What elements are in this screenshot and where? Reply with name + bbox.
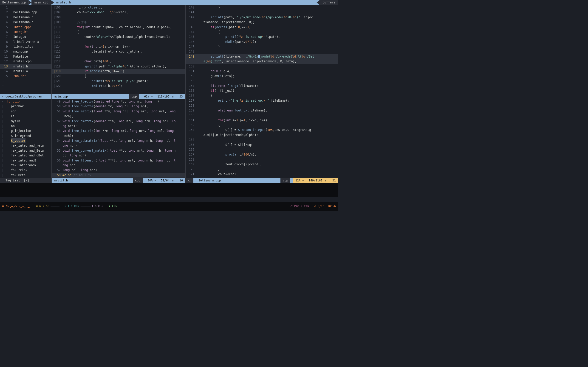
- code-line[interactable]: |56void free_f3tensor(float ***t, long n…: [52, 158, 185, 163]
- code-line[interactable]: |159 ofstream fout_gx(fileName);: [186, 108, 338, 113]
- file-item[interactable]: run.sh*: [10, 74, 52, 78]
- file-item[interactable]: Integ.cpp*: [10, 25, 52, 30]
- file-row[interactable]: 3 Boltzmann.h: [0, 15, 52, 20]
- tag-item[interactable]: || g_injection: [0, 128, 52, 133]
- code-line[interactable]: |118 sprintf(path,"./Alpha%g",Alpha[coun…: [52, 64, 185, 69]
- code-line[interactable]: |151 double g_A;: [186, 69, 338, 74]
- file-item[interactable]: Makefile: [10, 54, 52, 59]
- code-line[interactable]: |49void free_lvector(unsigned long *v, l…: [52, 99, 185, 104]
- file-row[interactable]: 14 nrutil.o: [0, 69, 52, 74]
- code-line[interactable]: |122 mkdir(path,0777);: [52, 83, 185, 88]
- code-line[interactable]: |54void free_submatrix(float **b, long n…: [52, 138, 185, 143]
- file-item[interactable]: Boltzmann.o: [10, 20, 52, 25]
- file-row[interactable]: 13 nrutil.h: [0, 64, 52, 69]
- editor-right[interactable]: |140 }|141|142 sprintf(path, "./Gx/Gx_mo…: [185, 5, 338, 178]
- code-line[interactable]: cl, long nch);: [52, 153, 185, 158]
- code-line[interactable]: |113: [52, 40, 185, 44]
- code-line[interactable]: |161 for(int i=1,p=1; i<=n; i++): [186, 118, 338, 123]
- tag-item[interactable]: || S_integrand: [0, 133, 52, 138]
- code-line[interactable]: |147 }: [186, 44, 338, 49]
- code-line[interactable]: ng nch);: [52, 124, 185, 128]
- code-line[interactable]: |143 if(access(path,0)==-1): [186, 25, 338, 30]
- code-line[interactable]: |149 sprintf(fileName, "./Gx/Gx_mode(%d)…: [186, 54, 338, 59]
- tag-item[interactable]: || fak_relax: [0, 168, 52, 173]
- file-item[interactable]: libnrutil.a: [10, 44, 52, 49]
- code-line[interactable]: |145 printf("%s is set up\n",path);: [186, 34, 338, 39]
- code-line[interactable]: |57long ndl, long ndh);: [52, 168, 185, 173]
- code-line[interactable]: |160: [186, 113, 338, 118]
- code-line[interactable]: |165 S[i] = S[i]/cq;: [186, 142, 338, 147]
- code-line[interactable]: ong nch,: [52, 163, 185, 168]
- tag-item[interactable]: || fak_integrand2: [0, 163, 52, 168]
- code-line[interactable]: |154 ifstream fin_gx(fileName);: [186, 83, 338, 88]
- code-line[interactable]: |150: [186, 64, 338, 69]
- code-line[interactable]: A,x[i],R,injectionmode,alpha);: [186, 133, 338, 137]
- file-row[interactable]: 10 main.cpp: [0, 49, 52, 54]
- tag-item[interactable]: || fak_integrand1: [0, 158, 52, 163]
- taglist[interactable]: |- function|| procBar|| sgn|| Li|| mysin…: [0, 99, 52, 178]
- code-line[interactable]: |167 procBar(i*100/n);: [186, 152, 338, 157]
- tab-main[interactable]: main.cpp: [32, 0, 51, 5]
- tag-item[interactable]: || S_vector: [0, 138, 52, 143]
- code-line[interactable]: |109 //循环: [52, 20, 185, 25]
- code-line[interactable]: |52void free_dmatrix(double **m, long nr…: [52, 119, 185, 124]
- code-line[interactable]: |58#else /* ANSI */: [52, 173, 185, 177]
- code-line[interactable]: |114 for(int i=1; i<=num; i++): [52, 44, 185, 49]
- file-row[interactable]: 1: [0, 5, 52, 10]
- code-line[interactable]: |50void free_dvector(double *v, long nl,…: [52, 104, 185, 109]
- code-line[interactable]: |115 dBeta[i]=Alpha[count_alpha];: [52, 49, 185, 54]
- file-row[interactable]: 11 Makefile: [0, 54, 52, 59]
- code-line[interactable]: |140 }: [186, 5, 338, 10]
- code-line[interactable]: |146 mkdir(path,0777);: [186, 40, 338, 44]
- tab-nrutil[interactable]: nrutil.h: [54, 0, 73, 5]
- file-row[interactable]: 15 run.sh*: [0, 74, 52, 78]
- code-line[interactable]: |121 printf("%s is set up./n",path);: [52, 79, 185, 83]
- editor-main-upper[interactable]: |106 fin_x.close();|107 cout<<"<x> done.…: [52, 5, 185, 94]
- code-line[interactable]: |164: [186, 137, 338, 142]
- file-item[interactable]: nrutil.h: [10, 64, 52, 69]
- file-item[interactable]: nrutil.o: [10, 69, 52, 74]
- code-line[interactable]: |158: [186, 103, 338, 108]
- code-line[interactable]: |153: [186, 79, 338, 83]
- code-line[interactable]: |117 char path[100];: [52, 59, 185, 64]
- code-line[interactable]: |168: [186, 157, 338, 162]
- tag-item[interactable]: || fak_integrand_Beta: [0, 148, 52, 153]
- tag-item[interactable]: || sgn: [0, 109, 52, 114]
- code-line[interactable]: |119 if(access(path,0)==-1): [52, 69, 185, 74]
- file-item[interactable]: main.cpp: [10, 49, 52, 54]
- tab-boltzmann[interactable]: Boltzmann.cpp: [0, 0, 28, 5]
- code-line[interactable]: |152 g_A=Li(Beta);: [186, 74, 338, 78]
- file-row[interactable]: 8 libBoltzmann.a: [0, 40, 52, 44]
- code-line[interactable]: |111 {: [52, 30, 185, 34]
- file-row[interactable]: 7 Integ.o: [0, 34, 52, 39]
- code-line[interactable]: |166: [186, 147, 338, 152]
- code-line[interactable]: nch);: [52, 114, 185, 119]
- editor-main-lower[interactable]: |49void free_lvector(unsigned long *v, l…: [52, 99, 185, 178]
- code-line[interactable]: |108: [52, 15, 185, 20]
- file-item[interactable]: Integ.h*: [10, 30, 52, 34]
- file-row[interactable]: 4 Boltzmann.o: [0, 20, 52, 25]
- tag-item[interactable]: || mysin: [0, 119, 52, 124]
- code-line[interactable]: |141: [186, 10, 338, 15]
- file-item[interactable]: Boltzmann.cpp: [10, 10, 52, 15]
- code-line[interactable]: |148: [186, 49, 338, 54]
- code-line[interactable]: |171 cout<<endl;: [186, 172, 338, 177]
- code-line[interactable]: tionmode, injectionmode, R);: [186, 20, 338, 25]
- file-item[interactable]: nrutil.cpp: [10, 59, 52, 64]
- tag-item[interactable]: || Li: [0, 114, 52, 119]
- tag-item[interactable]: || nm0: [0, 124, 52, 128]
- code-line[interactable]: |116: [52, 54, 185, 59]
- code-line[interactable]: |107 cout<<"<x> done...\n"<<endl;: [52, 10, 185, 15]
- tag-item[interactable]: || fak_integrand_dBet: [0, 153, 52, 158]
- tag-item[interactable]: || procBar: [0, 104, 52, 109]
- file-row[interactable]: 9 libnrutil.a: [0, 44, 52, 49]
- file-explorer[interactable]: 12 Boltzmann.cpp3 Boltzmann.h4 Boltzmann…: [0, 5, 52, 94]
- tag-item[interactable]: || fak_integrand_rela: [0, 143, 52, 148]
- code-line[interactable]: |144 {: [186, 30, 338, 34]
- code-line[interactable]: a(%g).txt", injectionmode, injectionmode…: [186, 59, 338, 64]
- tag-item[interactable]: || fak_Beta: [0, 173, 52, 177]
- code-line[interactable]: |169 fout_gx<<S[i]<<endl;: [186, 162, 338, 167]
- file-row[interactable]: 2 Boltzmann.cpp: [0, 10, 52, 15]
- code-line[interactable]: ong nch);: [52, 143, 185, 148]
- file-row[interactable]: 5 Integ.cpp*: [0, 25, 52, 30]
